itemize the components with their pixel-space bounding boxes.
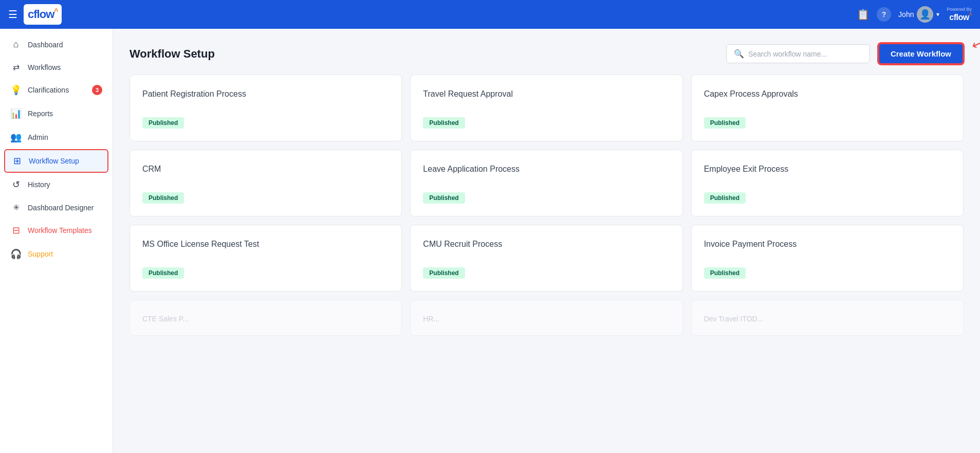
workflow-setup-icon: ⊞ — [11, 155, 23, 167]
notifications-icon[interactable]: 📋 — [857, 8, 870, 21]
sidebar-label-reports: Reports — [28, 110, 102, 118]
sidebar-item-history[interactable]: ↺ History — [0, 173, 113, 196]
status-badge-6: Published — [704, 192, 746, 204]
powered-by-label: Powered By — [947, 7, 972, 12]
powered-by-section: Powered By cflow^ — [947, 7, 972, 22]
status-badge-4: Published — [142, 192, 184, 204]
search-icon: 🔍 — [734, 49, 744, 59]
hamburger-menu-icon[interactable]: ☰ — [8, 8, 17, 21]
help-icon[interactable]: ? — [877, 7, 891, 22]
sidebar-label-workflow-setup: Workflow Setup — [29, 157, 101, 165]
sidebar-label-admin: Admin — [28, 133, 102, 141]
workflow-title-4: CRM — [142, 165, 389, 174]
logo-flow: flow — [33, 8, 54, 21]
home-icon: ⌂ — [10, 39, 22, 50]
logo: cflow^ — [24, 4, 62, 25]
sidebar-label-dashboard-designer: Dashboard Designer — [28, 204, 102, 212]
sidebar-item-dashboard-designer[interactable]: ✳ Dashboard Designer — [0, 196, 113, 219]
workflow-card-8[interactable]: CMU Recruit Process Published — [410, 225, 682, 292]
app-layout: ⌂ Dashboard ⇄ Workflows 💡 Clarifications… — [0, 29, 980, 453]
workflow-card-partial-3[interactable]: Dev Travel ITOD... — [691, 300, 964, 336]
sidebar-item-reports[interactable]: 📊 Reports — [0, 102, 113, 125]
workflow-grid: Patient Registration Process Published T… — [130, 75, 964, 336]
workflow-title-8: CMU Recruit Process — [423, 240, 670, 249]
workflow-title-6: Employee Exit Process — [704, 165, 951, 174]
admin-icon: 👥 — [10, 132, 22, 143]
status-badge-3: Published — [704, 117, 746, 129]
sidebar-item-admin[interactable]: 👥 Admin — [0, 125, 113, 149]
workflow-card-1[interactable]: Patient Registration Process Published — [130, 75, 402, 141]
username-label: John — [898, 10, 914, 19]
sidebar-item-workflows[interactable]: ⇄ Workflows — [0, 56, 113, 78]
sidebar-item-dashboard[interactable]: ⌂ Dashboard — [0, 33, 113, 56]
support-icon: 🎧 — [10, 248, 22, 260]
workflow-card-partial-2[interactable]: HR... — [410, 300, 682, 336]
topnav-right-section: 📋 ? John 👤 ▾ Powered By cflow^ — [857, 6, 972, 23]
workflow-title-partial-1: CTE Sales P... — [142, 315, 389, 323]
create-button-wrapper: Create Workflow ↙ — [878, 43, 964, 64]
workflow-title-3: Capex Process Approvals — [704, 89, 951, 99]
page-title: Workflow Setup — [130, 47, 215, 61]
status-badge-2: Published — [423, 117, 465, 129]
reports-icon: 📊 — [10, 108, 22, 119]
workflow-card-5[interactable]: Leave Application Process Published — [410, 150, 682, 216]
create-workflow-button[interactable]: Create Workflow — [878, 43, 964, 64]
page-header: Workflow Setup 🔍 Create Workflow ↙ — [130, 43, 964, 64]
clarifications-icon: 💡 — [10, 84, 22, 96]
dashboard-designer-icon: ✳ — [10, 203, 22, 212]
sidebar-item-clarifications[interactable]: 💡 Clarifications 3 — [0, 78, 113, 102]
workflow-card-6[interactable]: Employee Exit Process Published — [691, 150, 964, 216]
status-badge-1: Published — [142, 117, 184, 129]
avatar: 👤 — [917, 6, 933, 23]
workflow-card-9[interactable]: Invoice Payment Process Published — [691, 225, 964, 292]
workflow-card-7[interactable]: MS Office License Request Test Published — [130, 225, 402, 292]
sidebar-item-workflow-templates[interactable]: ⊟ Workflow Templates — [0, 219, 113, 242]
workflow-card-4[interactable]: CRM Published — [130, 150, 402, 216]
logo-c: c — [28, 8, 33, 21]
clarifications-badge: 3 — [92, 85, 102, 95]
top-navigation: ☰ cflow^ 📋 ? John 👤 ▾ Powered By cflow^ — [0, 0, 980, 29]
user-chevron-icon: ▾ — [936, 11, 939, 18]
status-badge-8: Published — [423, 267, 465, 279]
workflow-card-2[interactable]: Travel Request Approval Published — [410, 75, 682, 141]
history-icon: ↺ — [10, 179, 22, 190]
search-box[interactable]: 🔍 — [726, 44, 870, 63]
workflow-title-7: MS Office License Request Test — [142, 240, 389, 249]
main-content: Workflow Setup 🔍 Create Workflow ↙ Patie… — [113, 29, 980, 453]
workflow-title-5: Leave Application Process — [423, 165, 670, 174]
logo-text: cflow^ — [28, 7, 58, 21]
status-badge-5: Published — [423, 192, 465, 204]
workflow-title-partial-3: Dev Travel ITOD... — [704, 315, 951, 323]
workflow-title-2: Travel Request Approval — [423, 89, 670, 99]
workflow-templates-icon: ⊟ — [10, 225, 22, 236]
sidebar-item-support[interactable]: 🎧 Support — [0, 242, 113, 266]
status-badge-7: Published — [142, 267, 184, 279]
workflow-card-partial-1[interactable]: CTE Sales P... — [130, 300, 402, 336]
sidebar-label-dashboard: Dashboard — [28, 41, 102, 49]
workflow-title-partial-2: HR... — [423, 315, 670, 323]
logo-accent: ^ — [54, 7, 58, 15]
powered-logo: cflow^ — [949, 12, 972, 23]
workflow-title-1: Patient Registration Process — [142, 89, 389, 99]
sidebar-label-workflow-templates: Workflow Templates — [28, 226, 102, 234]
sidebar-label-workflows: Workflows — [28, 63, 102, 71]
status-badge-9: Published — [704, 267, 746, 279]
user-menu[interactable]: John 👤 ▾ — [898, 6, 939, 23]
header-actions: 🔍 Create Workflow ↙ — [726, 43, 964, 64]
create-arrow-icon: ↙ — [969, 34, 980, 53]
sidebar-label-clarifications: Clarifications — [28, 86, 86, 94]
workflow-card-3[interactable]: Capex Process Approvals Published — [691, 75, 964, 141]
workflows-icon: ⇄ — [10, 62, 22, 72]
sidebar-label-history: History — [28, 180, 102, 189]
sidebar: ⌂ Dashboard ⇄ Workflows 💡 Clarifications… — [0, 29, 113, 453]
sidebar-label-support: Support — [28, 250, 102, 258]
workflow-title-9: Invoice Payment Process — [704, 240, 951, 249]
search-input[interactable] — [748, 50, 862, 58]
sidebar-item-workflow-setup[interactable]: ⊞ Workflow Setup ◀ — [4, 149, 108, 173]
